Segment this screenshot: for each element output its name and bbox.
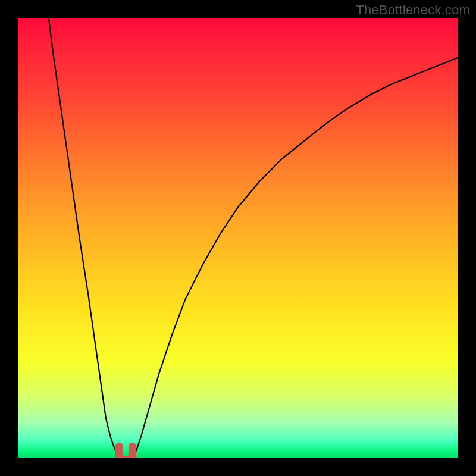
plot-area xyxy=(18,18,458,458)
bottleneck-curve-left xyxy=(49,18,119,458)
curve-layer xyxy=(18,18,458,458)
minimum-markers xyxy=(119,446,132,458)
minimum-u-marker xyxy=(119,446,132,458)
bottleneck-curve-right xyxy=(132,58,458,458)
chart-frame: TheBottleneck.com xyxy=(0,0,476,476)
watermark-text: TheBottleneck.com xyxy=(356,2,470,18)
